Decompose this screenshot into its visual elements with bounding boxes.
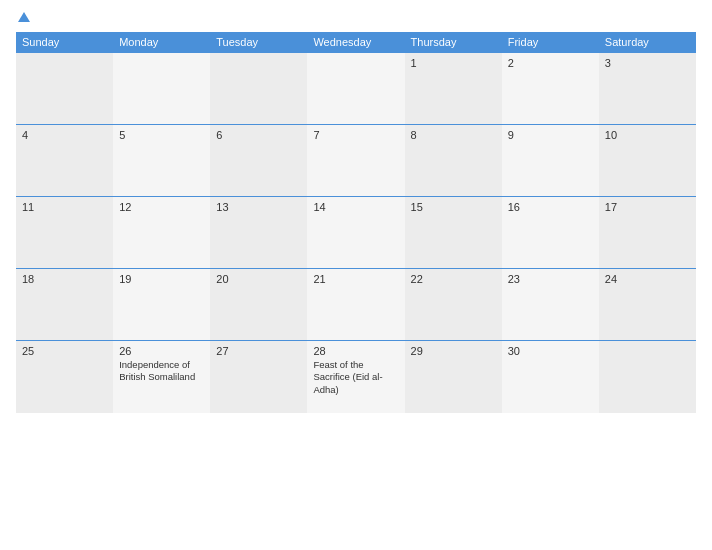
calendar-cell: 25 bbox=[16, 341, 113, 413]
day-number: 24 bbox=[605, 273, 690, 285]
calendar-event: Independence of British Somaliland bbox=[119, 359, 204, 384]
calendar-cell: 13 bbox=[210, 197, 307, 269]
calendar-cell: 27 bbox=[210, 341, 307, 413]
week-row-4: 18192021222324 bbox=[16, 269, 696, 341]
calendar-cell: 20 bbox=[210, 269, 307, 341]
weekday-header-friday: Friday bbox=[502, 32, 599, 53]
calendar-cell: 15 bbox=[405, 197, 502, 269]
day-number: 3 bbox=[605, 57, 690, 69]
header bbox=[16, 12, 696, 22]
calendar-cell bbox=[113, 53, 210, 125]
day-number: 22 bbox=[411, 273, 496, 285]
day-number: 10 bbox=[605, 129, 690, 141]
day-number: 1 bbox=[411, 57, 496, 69]
day-number: 4 bbox=[22, 129, 107, 141]
calendar-cell: 18 bbox=[16, 269, 113, 341]
calendar-cell: 9 bbox=[502, 125, 599, 197]
day-number: 6 bbox=[216, 129, 301, 141]
week-row-2: 45678910 bbox=[16, 125, 696, 197]
calendar-cell bbox=[599, 341, 696, 413]
calendar-cell: 8 bbox=[405, 125, 502, 197]
day-number: 28 bbox=[313, 345, 398, 357]
calendar-cell: 26Independence of British Somaliland bbox=[113, 341, 210, 413]
weekday-header-row: SundayMondayTuesdayWednesdayThursdayFrid… bbox=[16, 32, 696, 53]
calendar-cell: 2 bbox=[502, 53, 599, 125]
calendar-cell: 7 bbox=[307, 125, 404, 197]
calendar-cell: 17 bbox=[599, 197, 696, 269]
calendar-cell: 14 bbox=[307, 197, 404, 269]
calendar-cell: 23 bbox=[502, 269, 599, 341]
calendar-event: Feast of the Sacrifice (Eid al-Adha) bbox=[313, 359, 398, 396]
week-row-5: 2526Independence of British Somaliland27… bbox=[16, 341, 696, 413]
day-number: 8 bbox=[411, 129, 496, 141]
weekday-header-sunday: Sunday bbox=[16, 32, 113, 53]
day-number: 12 bbox=[119, 201, 204, 213]
day-number: 27 bbox=[216, 345, 301, 357]
calendar-cell: 19 bbox=[113, 269, 210, 341]
logo-triangle-icon bbox=[18, 12, 30, 22]
calendar-cell: 1 bbox=[405, 53, 502, 125]
weekday-header-tuesday: Tuesday bbox=[210, 32, 307, 53]
weekday-header-wednesday: Wednesday bbox=[307, 32, 404, 53]
calendar-cell: 16 bbox=[502, 197, 599, 269]
page: SundayMondayTuesdayWednesdayThursdayFrid… bbox=[0, 0, 712, 550]
day-number: 25 bbox=[22, 345, 107, 357]
day-number: 17 bbox=[605, 201, 690, 213]
day-number: 9 bbox=[508, 129, 593, 141]
calendar-cell: 11 bbox=[16, 197, 113, 269]
day-number: 30 bbox=[508, 345, 593, 357]
calendar-cell: 5 bbox=[113, 125, 210, 197]
day-number: 7 bbox=[313, 129, 398, 141]
day-number: 13 bbox=[216, 201, 301, 213]
day-number: 15 bbox=[411, 201, 496, 213]
day-number: 2 bbox=[508, 57, 593, 69]
weekday-header-saturday: Saturday bbox=[599, 32, 696, 53]
calendar-table: SundayMondayTuesdayWednesdayThursdayFrid… bbox=[16, 32, 696, 413]
calendar-cell: 24 bbox=[599, 269, 696, 341]
calendar-cell: 12 bbox=[113, 197, 210, 269]
weekday-header-monday: Monday bbox=[113, 32, 210, 53]
day-number: 16 bbox=[508, 201, 593, 213]
calendar-cell: 22 bbox=[405, 269, 502, 341]
day-number: 11 bbox=[22, 201, 107, 213]
week-row-1: 123 bbox=[16, 53, 696, 125]
calendar-cell: 6 bbox=[210, 125, 307, 197]
day-number: 26 bbox=[119, 345, 204, 357]
day-number: 21 bbox=[313, 273, 398, 285]
calendar-cell: 10 bbox=[599, 125, 696, 197]
calendar-cell bbox=[307, 53, 404, 125]
day-number: 19 bbox=[119, 273, 204, 285]
day-number: 5 bbox=[119, 129, 204, 141]
day-number: 14 bbox=[313, 201, 398, 213]
calendar-cell bbox=[16, 53, 113, 125]
calendar-cell: 4 bbox=[16, 125, 113, 197]
day-number: 18 bbox=[22, 273, 107, 285]
day-number: 29 bbox=[411, 345, 496, 357]
calendar-cell: 30 bbox=[502, 341, 599, 413]
day-number: 23 bbox=[508, 273, 593, 285]
calendar-cell: 29 bbox=[405, 341, 502, 413]
week-row-3: 11121314151617 bbox=[16, 197, 696, 269]
calendar-cell: 21 bbox=[307, 269, 404, 341]
logo bbox=[16, 12, 30, 22]
calendar-cell: 28Feast of the Sacrifice (Eid al-Adha) bbox=[307, 341, 404, 413]
day-number: 20 bbox=[216, 273, 301, 285]
calendar-cell bbox=[210, 53, 307, 125]
calendar-cell: 3 bbox=[599, 53, 696, 125]
weekday-header-thursday: Thursday bbox=[405, 32, 502, 53]
